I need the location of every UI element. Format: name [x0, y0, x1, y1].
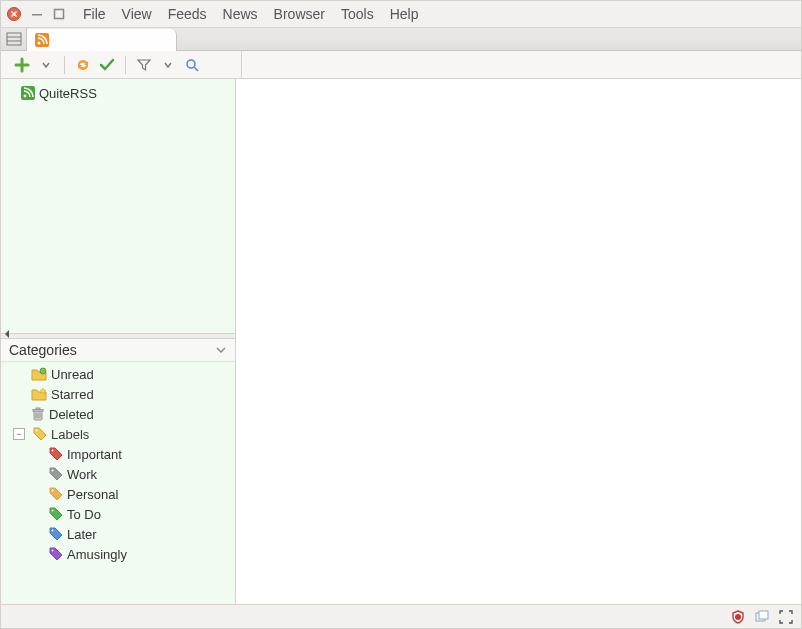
folder-unread-icon — [31, 367, 47, 381]
menubar: File View Feeds News Browser Tools Help — [75, 3, 426, 25]
menu-browser[interactable]: Browser — [266, 3, 333, 25]
search-button[interactable] — [183, 56, 201, 74]
label-text: Amusingly — [67, 547, 127, 562]
fullscreen-icon[interactable] — [779, 610, 793, 624]
label-item-personal[interactable]: Personal — [1, 484, 235, 504]
label-text: Personal — [67, 487, 118, 502]
label-text: Important — [67, 447, 122, 462]
mark-read-button[interactable] — [98, 56, 116, 74]
category-starred[interactable]: Starred — [1, 384, 235, 404]
svg-point-24 — [52, 550, 54, 552]
svg-point-21 — [52, 490, 54, 492]
label-text: Work — [67, 467, 97, 482]
menu-file[interactable]: File — [75, 3, 114, 25]
statusbar — [1, 604, 801, 628]
rss-feed-icon — [21, 86, 35, 100]
tag-icon — [49, 467, 63, 481]
category-label: Starred — [51, 387, 94, 402]
categories-pane: Categories Unread Starred — [1, 339, 235, 604]
refresh-button[interactable] — [74, 56, 92, 74]
menu-help[interactable]: Help — [382, 3, 427, 25]
category-unread[interactable]: Unread — [1, 364, 235, 384]
trash-icon — [31, 407, 45, 421]
label-item-important[interactable]: Important — [1, 444, 235, 464]
menu-news[interactable]: News — [215, 3, 266, 25]
windows-icon[interactable] — [755, 610, 769, 624]
svg-point-19 — [52, 450, 54, 452]
svg-point-25 — [735, 614, 741, 620]
tag-icon — [33, 427, 47, 441]
label-text: To Do — [67, 507, 101, 522]
categories-header[interactable]: Categories — [1, 339, 235, 362]
svg-point-7 — [38, 42, 41, 45]
label-item-amusingly[interactable]: Amusingly — [1, 544, 235, 564]
close-icon[interactable] — [7, 7, 21, 21]
chevron-down-icon[interactable] — [215, 344, 227, 356]
svg-point-22 — [52, 510, 54, 512]
main-area: QuiteRSS Categories Unread — [1, 79, 801, 604]
tag-icon — [49, 447, 63, 461]
category-labels[interactable]: − Labels — [1, 424, 235, 444]
category-label: Deleted — [49, 407, 94, 422]
svg-rect-1 — [32, 14, 42, 16]
add-dropdown-icon[interactable] — [37, 56, 55, 74]
label-item-later[interactable]: Later — [1, 524, 235, 544]
category-label: Unread — [51, 367, 94, 382]
category-label: Labels — [51, 427, 89, 442]
svg-point-23 — [52, 530, 54, 532]
tag-icon — [49, 547, 63, 561]
svg-point-8 — [187, 60, 195, 68]
folder-starred-icon — [31, 387, 47, 401]
maximize-icon[interactable] — [53, 8, 65, 20]
pane-splitter[interactable] — [1, 333, 235, 339]
filter-dropdown-icon[interactable] — [159, 56, 177, 74]
layout-toggle-button[interactable] — [1, 28, 27, 50]
svg-line-9 — [194, 67, 198, 71]
feed-item-quiterss[interactable]: QuiteRSS — [1, 83, 235, 103]
collapse-icon[interactable]: − — [13, 428, 25, 440]
titlebar: File View Feeds News Browser Tools Help — [1, 1, 801, 27]
content-area — [236, 79, 801, 604]
filter-button[interactable] — [135, 56, 153, 74]
minimize-icon[interactable] — [31, 8, 43, 20]
svg-rect-3 — [7, 33, 21, 45]
feed-item-label: QuiteRSS — [39, 86, 97, 101]
svg-rect-27 — [759, 611, 768, 619]
feed-tree[interactable]: QuiteRSS — [1, 79, 235, 333]
sidebar: QuiteRSS Categories Unread — [1, 79, 236, 604]
menu-feeds[interactable]: Feeds — [160, 3, 215, 25]
menu-view[interactable]: View — [114, 3, 160, 25]
tab-feeds[interactable] — [27, 29, 177, 51]
tag-icon — [49, 487, 63, 501]
rss-icon — [35, 33, 49, 47]
menu-tools[interactable]: Tools — [333, 3, 382, 25]
svg-point-12 — [40, 368, 46, 374]
category-deleted[interactable]: Deleted — [1, 404, 235, 424]
label-text: Later — [67, 527, 97, 542]
svg-point-18 — [36, 430, 38, 432]
add-feed-button[interactable] — [13, 56, 31, 74]
svg-rect-14 — [36, 408, 40, 410]
tag-icon — [49, 507, 63, 521]
categories-title: Categories — [9, 342, 77, 358]
svg-rect-2 — [55, 10, 64, 19]
svg-point-20 — [52, 470, 54, 472]
adblock-icon[interactable] — [731, 610, 745, 624]
svg-point-11 — [24, 95, 27, 98]
tabbar — [1, 27, 801, 51]
label-item-work[interactable]: Work — [1, 464, 235, 484]
tag-icon — [49, 527, 63, 541]
toolbar — [1, 51, 801, 79]
label-item-to-do[interactable]: To Do — [1, 504, 235, 524]
